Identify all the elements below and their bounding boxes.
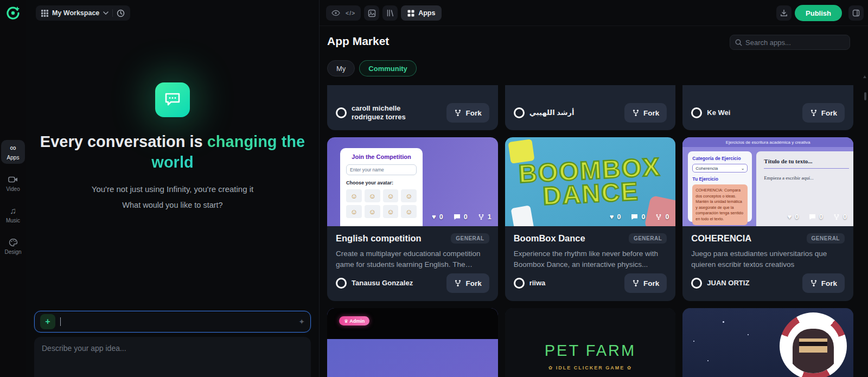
scrollbar-up-arrow[interactable] <box>863 75 866 78</box>
comments-count: 0 <box>464 213 468 221</box>
sidebar-item-music[interactable]: ♫ Music <box>1 203 25 227</box>
card-body: COHERENCIA GENERAL Juego para estudiante… <box>682 226 853 301</box>
app-card-bottom-1[interactable]: ♛ Admin <box>327 308 498 377</box>
app-card-bottom-2[interactable]: PET FARM ✿ IDLE CLICKER GAME ✿ <box>505 308 676 377</box>
app-card-partial-1[interactable]: aprender ortografía. El jugador explora … <box>327 85 498 130</box>
workspace-selector[interactable]: My Workspace <box>36 5 130 21</box>
preview-heading: Join the Competition <box>346 154 417 160</box>
preview-category-label: Categoría de Ejercicio <box>692 156 748 161</box>
card-body: English competition GENERAL Create a mul… <box>327 226 498 301</box>
avatar <box>336 107 347 118</box>
app-idea-textarea[interactable] <box>34 337 311 377</box>
tab-my[interactable]: My <box>327 60 355 76</box>
app-card-boombox-dance[interactable]: BOOMBOX DANCE ♥ 0 0 0 BoomBox Dance <box>505 137 676 301</box>
app-preview: ♛ Admin <box>327 308 498 377</box>
cards-scroll-area[interactable]: aprender ortografía. El jugador explora … <box>327 85 853 377</box>
fork-button[interactable]: Fork <box>802 103 845 123</box>
publish-button[interactable]: Publish <box>795 5 842 21</box>
sidebar-item-label: Apps <box>7 155 20 161</box>
fork-button[interactable]: Fork <box>624 273 667 293</box>
download-button[interactable] <box>776 5 792 21</box>
sidebar-item-label: Design <box>4 249 21 255</box>
avatar <box>514 278 525 289</box>
app-preview: PET FARM ✿ IDLE CLICKER GAME ✿ <box>505 308 676 377</box>
fork-label: Fork <box>465 109 481 117</box>
pixel-character <box>780 312 847 377</box>
card-description: Create a multiplayer educational competi… <box>336 248 489 271</box>
chevron-down-icon <box>103 11 108 15</box>
search-input[interactable] <box>745 39 845 47</box>
likes-count: 0 <box>439 213 443 221</box>
history-clock-icon[interactable] <box>117 9 125 17</box>
fork-button[interactable]: Fork <box>446 273 489 293</box>
avatar-emoji: ☺ <box>401 189 417 202</box>
sidebar-item-label: Music <box>6 218 20 223</box>
code-view-icon[interactable]: </> <box>346 10 355 16</box>
card-stats: ♥ 0 0 0 <box>787 213 847 221</box>
app-card-english-competition[interactable]: Join the Competition Enter your name Cho… <box>327 137 498 301</box>
hero-title: Every conversation is changing the world <box>37 131 308 172</box>
sparkle-send-icon[interactable]: ✦ <box>298 317 305 326</box>
category-badge: GENERAL <box>807 233 845 244</box>
sidebar-item-label: Video <box>6 186 20 192</box>
card-stats: ♥ 0 0 1 <box>432 213 492 221</box>
author-name: أرشد اللهيبي <box>529 108 575 117</box>
card-body: BoomBox Dance GENERAL Experience the rhy… <box>505 226 676 301</box>
hero-prompt: What would you like to start? <box>26 201 319 209</box>
video-camera-icon <box>8 175 18 184</box>
app-card-coherencia[interactable]: Ejercicios de escritura académica y crea… <box>682 137 853 301</box>
fork-label: Fork <box>821 279 837 287</box>
library-button[interactable] <box>382 5 398 21</box>
star <box>707 360 709 361</box>
infinity-logo-icon[interactable] <box>6 6 20 20</box>
author-name: riiwa <box>529 279 546 287</box>
fork-button[interactable]: Fork <box>624 103 667 123</box>
fork-button[interactable]: Fork <box>802 273 845 293</box>
heart-icon: ♥ <box>787 213 792 221</box>
fork-button[interactable]: Fork <box>446 103 489 123</box>
search-box[interactable] <box>730 35 850 50</box>
toggle-sidebar-icon[interactable] <box>848 5 864 21</box>
chat-bubble-icon <box>155 82 190 117</box>
comment-icon <box>809 214 816 220</box>
avatar-emoji: ☺ <box>383 205 399 218</box>
search-icon <box>735 39 742 46</box>
sidebar-item-video[interactable]: Video <box>1 171 25 195</box>
avatar <box>336 278 347 289</box>
preview-avatar-grid: ☺ ☺ ☺ ☺ ☺ ☺ ☺ ☺ <box>346 189 417 218</box>
media-gallery-button[interactable] <box>364 5 379 21</box>
card-title: BoomBox Dance <box>514 233 585 244</box>
app-preview: BOOMBOX DANCE ♥ 0 0 0 <box>505 137 676 226</box>
app-card-bottom-3[interactable] <box>682 308 853 377</box>
category-badge: GENERAL <box>629 233 667 244</box>
author-name: Tanausu Gonzalez <box>352 279 413 287</box>
apps-view-button[interactable]: Apps <box>401 5 442 21</box>
avatar-emoji: ☺ <box>346 189 362 202</box>
preview-eye-icon[interactable] <box>331 10 340 16</box>
icon-rail: ∞ Apps Video ♫ Music Design <box>0 0 26 377</box>
comments-count: 0 <box>819 213 823 221</box>
heart-icon: ♥ <box>432 213 436 221</box>
author-name: JUAN ORTIZ <box>707 279 749 287</box>
fork-label: Fork <box>465 279 481 287</box>
apps-infinity-icon: ∞ <box>10 144 16 153</box>
fork-label: Fork <box>643 109 659 117</box>
author-name: caroll michelle rodriguez torres <box>352 104 433 122</box>
cards-grid: aprender ortografía. El jugador explora … <box>327 85 853 377</box>
app-card-partial-3[interactable]: Ke Wei Fork <box>682 85 853 130</box>
scrollbar[interactable] <box>864 92 866 100</box>
view-tools: </> Apps <box>326 5 442 21</box>
app-card-partial-2[interactable]: يكون كامل الميزات: - تسجيل دخول، Karam و… <box>505 85 676 130</box>
sidebar-item-apps[interactable]: ∞ Apps <box>1 140 25 164</box>
preview-logo-text: BOOMBOX DANCE <box>518 155 662 209</box>
admin-badge: ♛ Admin <box>339 316 369 325</box>
prompt-input[interactable]: + ✦ <box>34 311 311 333</box>
sidebar-item-design[interactable]: Design <box>1 234 25 258</box>
add-attachment-button[interactable]: + <box>40 314 55 329</box>
card-stats: ♥ 0 0 0 <box>610 213 669 221</box>
fork-icon <box>478 214 484 220</box>
fork-icon <box>833 214 840 220</box>
card-title: English competition <box>336 233 422 244</box>
tab-community[interactable]: Community <box>359 60 417 76</box>
rail-nav: ∞ Apps Video ♫ Music Design <box>1 140 25 258</box>
